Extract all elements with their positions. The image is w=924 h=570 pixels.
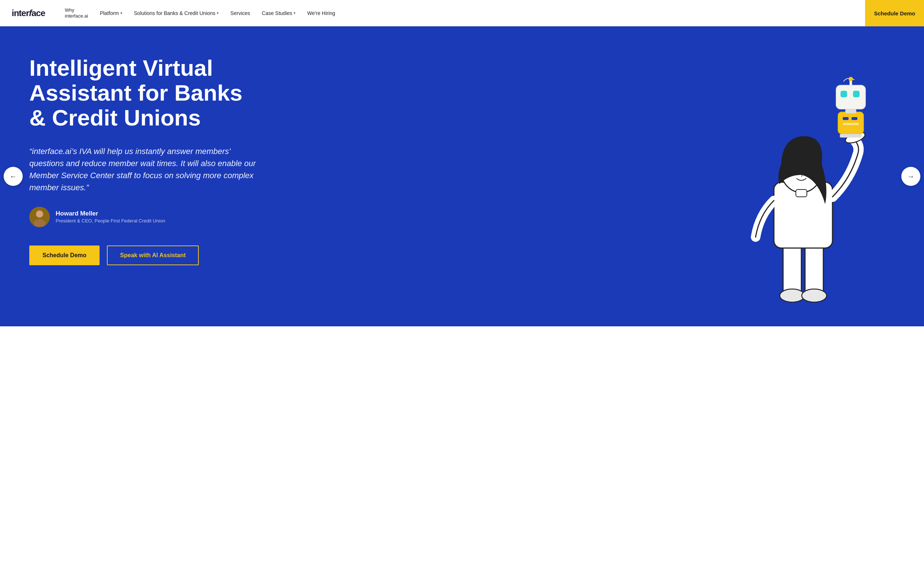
avatar bbox=[29, 207, 50, 227]
hero-quote: “interface.ai’s IVA will help us instant… bbox=[29, 145, 264, 193]
avatar-image bbox=[29, 207, 50, 227]
nav-item-case-studies[interactable]: Case Studies ▾ bbox=[256, 7, 301, 19]
nav-schedule-demo-button[interactable]: Schedule Demo bbox=[865, 0, 924, 26]
svg-point-3 bbox=[36, 211, 43, 217]
svg-rect-21 bbox=[852, 117, 857, 120]
svg-rect-13 bbox=[796, 190, 807, 197]
hero-prev-button[interactable]: ← bbox=[4, 167, 23, 186]
svg-point-6 bbox=[780, 289, 805, 302]
nav-item-platform[interactable]: Platform ▾ bbox=[95, 7, 127, 19]
hero-buttons: Schedule Demo Speak with AI Assistant bbox=[29, 245, 264, 265]
logo-text: interface bbox=[12, 8, 45, 18]
nav-item-solutions[interactable]: Solutions for Banks & Credit Unions ▾ bbox=[129, 7, 224, 19]
svg-point-7 bbox=[802, 289, 827, 302]
schedule-demo-button[interactable]: Schedule Demo bbox=[29, 245, 100, 265]
illustration-svg bbox=[726, 40, 880, 325]
navbar: interface Why interface.ai Platform ▾ So… bbox=[0, 0, 924, 26]
hero-attribution: Howard Meller President & CEO, People Fi… bbox=[29, 207, 264, 227]
nav-label-services: Services bbox=[230, 10, 250, 16]
person-info: Howard Meller President & CEO, People Fi… bbox=[56, 210, 165, 224]
speak-ai-button[interactable]: Speak with AI Assistant bbox=[107, 245, 199, 265]
svg-rect-15 bbox=[841, 91, 847, 97]
hero-next-button[interactable]: → bbox=[901, 167, 920, 186]
hero-section: ← Intelligent Virtual Assistant for Bank… bbox=[0, 26, 924, 326]
svg-rect-14 bbox=[836, 85, 866, 109]
svg-rect-22 bbox=[843, 123, 859, 125]
hero-illustration bbox=[726, 40, 880, 326]
person-name: Howard Meller bbox=[56, 210, 165, 217]
nav-label-hiring: We're Hiring bbox=[307, 10, 335, 16]
chevron-down-icon: ▾ bbox=[217, 11, 218, 15]
person-title: President & CEO, People First Federal Cr… bbox=[56, 218, 165, 224]
nav-label-why: Why bbox=[65, 7, 74, 13]
nav-label-platform: Platform bbox=[100, 10, 119, 16]
svg-rect-23 bbox=[845, 109, 856, 113]
arrow-right-icon: → bbox=[907, 172, 915, 181]
svg-point-18 bbox=[849, 77, 853, 81]
logo[interactable]: interface bbox=[12, 8, 45, 18]
nav-label-solutions: Solutions for Banks & Credit Unions bbox=[134, 10, 216, 16]
nav-item-hiring[interactable]: We're Hiring bbox=[302, 7, 340, 19]
chevron-down-icon: ▾ bbox=[120, 11, 122, 15]
svg-rect-16 bbox=[853, 91, 860, 97]
chevron-down-icon: ▾ bbox=[293, 11, 295, 15]
svg-rect-20 bbox=[843, 117, 849, 120]
svg-rect-4 bbox=[783, 244, 801, 296]
svg-point-11 bbox=[794, 170, 797, 173]
footer-strip bbox=[0, 326, 924, 341]
svg-point-12 bbox=[806, 170, 809, 173]
hero-title: Intelligent Virtual Assistant for Banks … bbox=[29, 56, 264, 130]
hero-content: Intelligent Virtual Assistant for Banks … bbox=[0, 26, 285, 326]
nav-links: Why interface.ai Platform ▾ Solutions fo… bbox=[60, 5, 912, 21]
nav-label-case-studies: Case Studies bbox=[262, 10, 292, 16]
svg-rect-5 bbox=[805, 244, 823, 296]
nav-item-services[interactable]: Services bbox=[225, 7, 255, 19]
nav-sublabel-why: interface.ai bbox=[65, 13, 88, 19]
arrow-left-icon: ← bbox=[9, 172, 17, 181]
svg-rect-24 bbox=[840, 134, 862, 138]
nav-item-why[interactable]: Why interface.ai bbox=[60, 5, 94, 21]
